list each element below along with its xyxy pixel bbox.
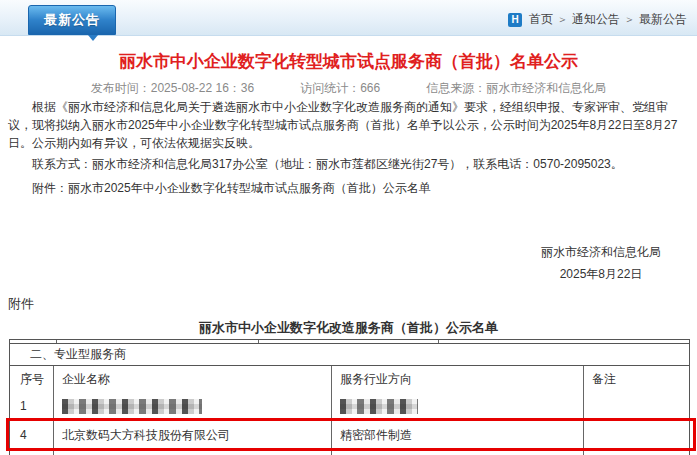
col-header-service: 服务行业方向 (331, 366, 583, 392)
signature-block: 丽水市经济和信息化局 2025年8月22日 (8, 241, 689, 285)
breadcrumb-latest[interactable]: 最新公告 (639, 11, 687, 28)
tab-latest-announcements[interactable]: 最新公告 (28, 5, 116, 35)
breadcrumb-separator: ＞ (557, 12, 568, 27)
breadcrumb-home[interactable]: 首页 (529, 11, 553, 28)
col-header-note: 备注 (583, 366, 689, 392)
table-section-header: 二、专业型服务商 (10, 344, 689, 366)
home-icon[interactable]: H (508, 13, 522, 27)
cell-serial: 4 (10, 421, 53, 448)
table-header-row: 序号 企业名称 服务行业方向 备注 (10, 366, 689, 392)
breadcrumb-separator: ＞ (624, 12, 635, 27)
cell-note (583, 421, 689, 448)
tab-arrow-icon (88, 35, 98, 46)
signature-date: 2025年8月22日 (541, 263, 661, 285)
table-row-highlighted: 4 北京数码大方科技股份有限公司 精密部件制造 (10, 420, 689, 448)
page-title: 丽水市中小企业数字化转型城市试点服务商（首批）名单公示 (8, 51, 689, 73)
contact-paragraph: 联系方式：丽水市经济和信息化局317办公室（地址：丽水市莲都区继光街27号），联… (8, 155, 689, 173)
cell-serial: 5 (10, 449, 53, 455)
article-meta: 发布时间：2025-08-22 16：36 访问统计：666 信息来源：丽水市经… (8, 81, 689, 95)
censored-text-block (62, 399, 202, 414)
cell-service (331, 449, 583, 455)
table-rows: 1 4 北京数码大方科技股份有限公司 精密部件制造 5 (10, 392, 689, 455)
body-paragraph: 根据《丽水市经济和信息化局关于遴选丽水市中小企业数字化改造服务商的通知》要求，经… (8, 98, 689, 152)
col-header-serial: 序号 (10, 366, 53, 392)
cell-company: 北京数码大方科技股份有限公司 (53, 421, 331, 448)
breadcrumb: H 首页 ＞ 通知公告 ＞ 最新公告 (508, 11, 687, 28)
table-cropped-row (10, 340, 689, 344)
article: 丽水市中小企业数字化转型城市试点服务商（首批）名单公示 发布时间：2025-08… (0, 51, 697, 285)
info-source: 信息来源：丽水市经济和信息化局 (426, 81, 606, 95)
top-tab-bar: 最新公告 H 首页 ＞ 通知公告 ＞ 最新公告 (0, 0, 697, 36)
providers-table: 二、专业型服务商 序号 企业名称 服务行业方向 备注 1 4 北京数码大方科技股… (9, 339, 690, 455)
cell-company (53, 449, 331, 455)
cell-note (583, 449, 689, 455)
table-row: 5 (10, 448, 689, 455)
table-row: 1 (10, 392, 689, 420)
breadcrumb-notices[interactable]: 通知公告 (572, 11, 620, 28)
publish-time: 发布时间：2025-08-22 16：36 (91, 81, 254, 95)
cell-service (331, 392, 583, 420)
attachment-link-line[interactable]: 附件：丽水市2025年中小企业数字化转型城市试点服务商（首批）公示名单 (8, 179, 689, 197)
visit-count: 访问统计：666 (300, 81, 380, 95)
censored-text-block (340, 399, 418, 414)
cell-serial: 1 (10, 392, 53, 420)
cell-note (583, 392, 689, 420)
cell-service: 精密部件制造 (331, 421, 583, 448)
attachment-table-title: 丽水市中小企业数字化改造服务商（首批）公示名单 (0, 319, 697, 337)
col-header-company: 企业名称 (53, 366, 331, 392)
attachment-label: 附件 (8, 295, 697, 313)
signature-org: 丽水市经济和信息化局 (541, 241, 661, 263)
cell-company (53, 392, 331, 420)
